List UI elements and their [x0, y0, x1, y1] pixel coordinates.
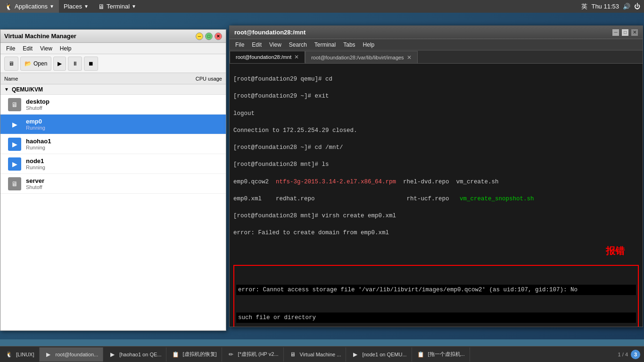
term-line-8: emp0.xml redhat.repo rht-ucf.repo vm_cre… — [233, 195, 639, 203]
taskbar-haohao1-label: [haohao1 on QE... — [119, 352, 161, 357]
vmm-stop-button[interactable]: ⏹ — [84, 57, 98, 71]
vmm-open-button[interactable]: 📂 Open — [20, 57, 51, 71]
terminal-menu[interactable]: 🖥 Terminal ▼ — [93, 0, 141, 13]
vm-status-server: Shutoff — [26, 184, 44, 190]
vmm-minimize-button[interactable]: ─ — [196, 33, 203, 40]
error-line-2: such file or directory — [236, 313, 636, 323]
terminal-close-button[interactable]: ✕ — [631, 29, 638, 36]
vmm-menu-edit[interactable]: Edit — [19, 43, 36, 54]
clock: Thu 11:53 — [591, 3, 619, 10]
terminal-menu-search[interactable]: Search — [285, 39, 311, 50]
terminal-tab-mnt-close[interactable]: ✕ — [294, 54, 299, 60]
vmm-window: Virtual Machine Manager ─ □ ✕ File Edit … — [0, 29, 226, 331]
vm-item-haohao1[interactable]: ▶ haohao1 Running — [0, 134, 226, 154]
stop-icon: ⏹ — [88, 60, 94, 67]
terminal-tab-images-label: root@foundation28:/var/lib/libvirt/image… — [311, 55, 404, 60]
volume-icon[interactable]: 🔊 — [623, 3, 630, 10]
vm-icon-server: 🖥 — [8, 177, 21, 190]
terminal-body[interactable]: [root@foundation29 qemu]# cd [root@found… — [230, 64, 643, 327]
terminal-tab-images[interactable]: root@foundation28:/var/lib/libvirt/image… — [305, 51, 417, 63]
vm-status-desktop: Shutoff — [26, 105, 50, 111]
terminal-tabs: root@foundation28:/mnt ✕ root@foundation… — [230, 50, 643, 64]
term-line-4: Connection to 172.25.254.29 closed. — [233, 126, 639, 135]
taskbar-item-node1[interactable]: ▶ [node1 on QEMU... — [346, 347, 412, 362]
vmm-group-header: ▼ QEMU/KVM — [0, 84, 226, 95]
vm-icon-haohao1: ▶ — [8, 138, 21, 151]
vm-info-emp0: emp0 Running — [26, 118, 45, 131]
terminal-menu-file[interactable]: File — [231, 39, 248, 50]
page-label: 1 / 4 — [618, 352, 628, 357]
terminal-window: root@foundation28:/mnt ─ □ ✕ File Edit V… — [229, 25, 643, 327]
taskbar-node1-label: [node1 on QEMU... — [362, 352, 406, 357]
vmm-toolbar: 🖥 📂 Open ▶ ⏸ ⏹ — [0, 54, 226, 73]
vmm-titlebar-buttons: ─ □ ✕ — [196, 33, 222, 40]
terminal-tab-mnt[interactable]: root@foundation28:/mnt ✕ — [230, 51, 305, 63]
term-line-5: [root@foundation28 ~]# cd /mnt/ — [233, 143, 639, 152]
vm-name-node1: node1 — [26, 157, 45, 165]
taskbar-item-vmm[interactable]: 🖥 Virtual Machine ... — [284, 347, 347, 362]
vm-name-server: server — [26, 177, 44, 184]
applications-menu[interactable]: 🐧 Applications ▼ — [0, 0, 59, 13]
pause-icon: ⏸ — [72, 60, 78, 67]
terminal-menu-tabs[interactable]: Tabs — [339, 39, 359, 50]
taskbar-recovery-icon: 📋 — [171, 350, 180, 359]
taskbar-item-terminal[interactable]: ▶ root@foundation... — [40, 347, 104, 362]
vmm-new-button[interactable]: 🖥 — [4, 57, 18, 71]
taskbar-terminal-label: root@foundation... — [56, 352, 99, 357]
taskbar-item-recovery[interactable]: 📋 [虚拟机的恢复] — [166, 347, 222, 362]
taskbar-item-linux[interactable]: 🐧 [LINUX] — [0, 347, 40, 362]
col-cpu: CPU usage — [196, 76, 222, 82]
top-bar-right: 英 Thu 11:53 🔊 ⏻ — [581, 2, 644, 11]
top-bar: 🐧 Applications ▼ Places ▼ 🖥 Terminal ▼ 英… — [0, 0, 644, 13]
vmm-menu-help[interactable]: Help — [56, 43, 75, 54]
taskbar-vm-hp-icon: ✏ — [227, 350, 235, 359]
lang-indicator[interactable]: 英 — [581, 2, 587, 11]
vm-item-server[interactable]: 🖥 server Shutoff — [0, 174, 226, 194]
vm-icon-node1: ▶ — [8, 157, 21, 171]
taskbar-item-haohao1[interactable]: ▶ [haohao1 on QE... — [103, 347, 166, 362]
vmm-menubar: File Edit View Help — [0, 43, 226, 54]
taskbar-vmm-label: Virtual Machine ... — [300, 352, 341, 357]
terminal-menubar: File Edit View Search Terminal Tabs Help — [230, 39, 643, 50]
vmm-menu-view[interactable]: View — [36, 43, 56, 54]
taskbar-vm-hp-label: [*虚拟机 (HP v2... — [238, 351, 279, 358]
top-bar-left: 🐧 Applications ▼ Places ▼ 🖥 Terminal ▼ — [0, 0, 141, 13]
taskbar-item-drag[interactable]: 📋 [拖一个虚拟机... — [412, 347, 470, 362]
terminal-menu-terminal[interactable]: Terminal — [311, 39, 339, 50]
annotation-error: 报错 — [606, 244, 625, 258]
places-arrow: ▼ — [84, 4, 89, 9]
error-highlight-box: error: Cannot access storage file '/var/… — [233, 265, 639, 327]
terminal-tab-mnt-label: root@foundation28:/mnt — [236, 54, 291, 60]
vmm-menu-file[interactable]: File — [2, 43, 19, 54]
power-icon[interactable]: ⏻ — [634, 3, 640, 10]
vmm-titlebar: Virtual Machine Manager ─ □ ✕ — [0, 30, 226, 43]
terminal-maximize-button[interactable]: □ — [622, 29, 628, 36]
vmm-play-button[interactable]: ▶ — [53, 57, 66, 71]
terminal-tab-images-close[interactable]: ✕ — [407, 54, 412, 61]
vm-item-emp0[interactable]: ▶ emp0 Running — [0, 115, 226, 134]
vm-info-server: server Shutoff — [26, 177, 44, 190]
taskbar-drag-icon: 📋 — [417, 350, 425, 359]
term-line-10: error: Failed to create domain from emp0… — [233, 229, 639, 237]
vm-name-desktop: desktop — [26, 98, 50, 105]
taskbar-haohao1-icon: ▶ — [108, 350, 116, 359]
terminal-menu-view[interactable]: View — [265, 39, 285, 50]
vmm-header-row: Name CPU usage — [0, 73, 226, 84]
taskbar: 🐧 [LINUX] ▶ root@foundation... ▶ [haohao… — [0, 346, 644, 362]
terminal-menu-edit[interactable]: Edit — [248, 39, 265, 50]
taskbar-terminal-icon: ▶ — [44, 350, 53, 359]
taskbar-node1-icon: ▶ — [351, 350, 359, 359]
vm-item-desktop[interactable]: 🖥 desktop Shutoff — [0, 95, 226, 115]
term-line-6: [root@foundation28 mnt]# ls — [233, 160, 639, 169]
term-line-9: [root@foundation28 mnt]# virsh create em… — [233, 212, 639, 220]
vm-item-node1[interactable]: ▶ node1 Running — [0, 154, 226, 174]
play-icon: ▶ — [58, 60, 62, 67]
terminal-menu-help[interactable]: Help — [359, 39, 379, 50]
taskbar-item-vm-hp[interactable]: ✏ [*虚拟机 (HP v2... — [222, 347, 284, 362]
vmm-maximize-button[interactable]: □ — [205, 33, 213, 40]
vmm-pause-button[interactable]: ⏸ — [68, 57, 82, 71]
vmm-close-button[interactable]: ✕ — [215, 33, 222, 40]
places-menu[interactable]: Places ▼ — [59, 0, 93, 13]
terminal-minimize-button[interactable]: ─ — [612, 29, 619, 36]
terminal-arrow: ▼ — [132, 4, 136, 9]
